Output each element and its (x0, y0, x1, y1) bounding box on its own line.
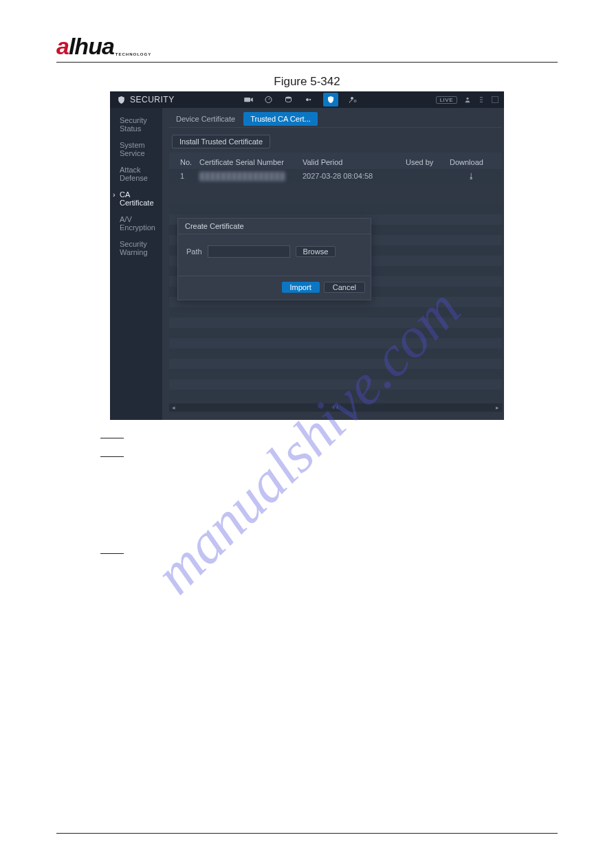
tab-trusted-ca-cert[interactable]: Trusted CA Cert... (243, 112, 318, 126)
user-gear-icon[interactable] (348, 96, 358, 104)
cell-no: 1 (180, 172, 199, 180)
sidebar-item-ca-certificate[interactable]: CA Certificate (110, 186, 162, 211)
sidebar-item-security-warning[interactable]: Security Warning (110, 236, 162, 260)
logo-text: lhua (69, 34, 114, 58)
horizontal-scrollbar[interactable]: ◂ ▸ (169, 403, 502, 412)
app-title: SECURITY (130, 95, 175, 104)
sidebar-item-attack-defense[interactable]: Attack Defense (110, 162, 162, 186)
scroll-right-arrow[interactable]: ▸ (496, 404, 499, 411)
top-category-icons (243, 93, 358, 107)
app-titlebar: SECURITY LIVE (110, 91, 504, 108)
svg-point-6 (354, 100, 356, 102)
main-panel: Device Certificate Trusted CA Cert... In… (162, 108, 504, 420)
scroll-left-arrow[interactable]: ◂ (172, 404, 175, 411)
tab-underline (169, 127, 502, 128)
shield-icon (117, 96, 126, 104)
svg-point-3 (306, 98, 309, 101)
expand-icon[interactable] (478, 96, 485, 103)
live-badge[interactable]: LIVE (436, 96, 457, 104)
step-underline (100, 553, 124, 554)
brand-logo: alhua TECHNOLOGY (56, 34, 558, 58)
create-certificate-dialog: Create Certificate Path Browse Import Ca… (177, 218, 371, 300)
import-button[interactable]: Import (282, 282, 320, 293)
shield-icon-active[interactable] (323, 93, 338, 107)
dialog-title: Create Certificate (178, 219, 371, 234)
disk-icon[interactable] (283, 96, 294, 104)
col-download: Download (450, 158, 494, 166)
col-usedby: Used by (406, 158, 450, 166)
col-no: No. (180, 158, 199, 166)
cell-serial-redacted: ████████████████ (199, 172, 303, 180)
table-row: 1 ████████████████ 2027-03-28 08:04:58 ⭳ (169, 169, 502, 183)
step-underline (100, 456, 124, 457)
path-input[interactable] (208, 245, 290, 258)
svg-point-4 (309, 99, 311, 101)
sidebar-item-av-encryption[interactable]: A/V Encryption (110, 211, 162, 236)
sidebar-item-system-service[interactable]: System Service (110, 137, 162, 162)
cancel-button[interactable]: Cancel (324, 282, 365, 293)
col-serial: Certificate Serial Number (199, 158, 303, 166)
gear-icon[interactable] (303, 96, 314, 104)
svg-point-5 (351, 97, 353, 100)
scroll-grip[interactable] (333, 406, 338, 409)
user-icon[interactable] (464, 96, 471, 103)
titlebar-right: LIVE (436, 96, 498, 104)
sidebar: Security Status System Service Attack De… (110, 108, 162, 420)
col-valid: Valid Period (303, 158, 406, 166)
bottom-rule (56, 833, 558, 834)
certificate-table-header: No. Certificate Serial Number Valid Peri… (169, 153, 502, 169)
logo-subtext: TECHNOLOGY (116, 52, 151, 56)
svg-point-2 (285, 97, 291, 99)
logo-highlight: a (56, 34, 69, 58)
svg-point-7 (466, 98, 468, 100)
tab-device-certificate[interactable]: Device Certificate (169, 112, 242, 126)
install-trusted-certificate-button[interactable]: Install Trusted Certificate (172, 135, 270, 148)
download-icon[interactable]: ⭳ (450, 172, 494, 180)
subtabs: Device Certificate Trusted CA Cert... (162, 108, 504, 126)
figure-caption: Figure 5-342 (56, 75, 558, 89)
window-control-icon[interactable] (492, 96, 498, 103)
svg-rect-0 (244, 98, 250, 102)
sidebar-item-security-status[interactable]: Security Status (110, 112, 162, 137)
browse-button[interactable]: Browse (296, 246, 336, 257)
gauge-icon[interactable] (263, 96, 274, 104)
step-underline (100, 438, 124, 438)
cell-valid: 2027-03-28 08:04:58 (303, 172, 406, 180)
path-label: Path (186, 247, 202, 256)
screenshot-security-app: SECURITY LIVE Security Status (110, 91, 504, 420)
top-rule (56, 62, 558, 63)
camera-icon[interactable] (243, 96, 254, 104)
